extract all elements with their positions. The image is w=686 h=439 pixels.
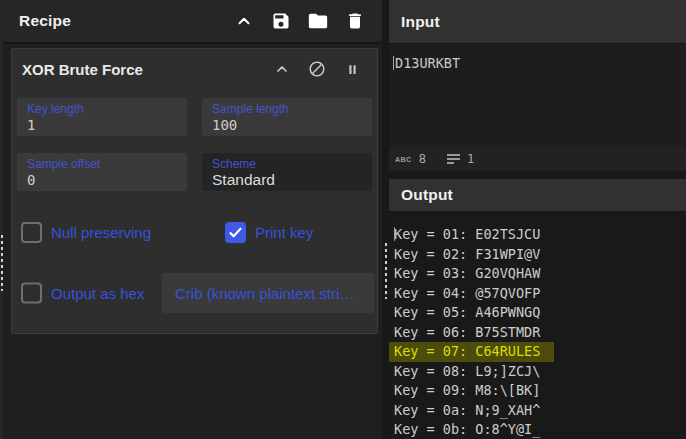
- input-editor[interactable]: D13URKBT: [389, 44, 686, 147]
- operation-header: XOR Brute Force: [12, 49, 377, 89]
- io-pane: Input D13URKBT ABC 8 1 Output Key = 01: …: [389, 0, 686, 439]
- output-line: Key = 08: L9;]ZCJ\: [389, 362, 686, 382]
- save-recipe-button[interactable]: [270, 10, 292, 32]
- checkbox-icon: [225, 222, 246, 243]
- sample-length-value[interactable]: 100: [212, 117, 237, 133]
- output-line: Key = 04: @57QVOFP: [389, 284, 686, 304]
- recipe-title: Recipe: [19, 12, 71, 30]
- output-line: Key = 09: M8:\[BK]: [389, 381, 686, 401]
- output-line: Key = 0a: N;9_XAH^: [389, 401, 686, 421]
- breakpoint-pause-button[interactable]: [341, 58, 363, 80]
- input-title: Input: [401, 13, 440, 31]
- scheme-label: Scheme: [212, 157, 362, 171]
- line-count: 1: [467, 152, 474, 166]
- output-line: Key = 03: G20VQHAW: [389, 264, 686, 284]
- output-line: Key = 02: F31WPI@V: [389, 245, 686, 265]
- output-editor[interactable]: Key = 01: E02TSJCUKey = 02: F31WPI@VKey …: [389, 212, 686, 439]
- char-count-icon: ABC: [395, 156, 412, 163]
- pause-icon: [345, 62, 360, 77]
- trash-icon: [345, 11, 365, 31]
- save-disk-icon: [271, 11, 291, 31]
- splitter-grip-dots: [385, 243, 387, 299]
- print-key-label: Print key: [255, 224, 313, 241]
- input-header: Input: [389, 0, 686, 44]
- operation-xor-brute-force[interactable]: XOR Brute Force: [11, 48, 378, 334]
- sample-offset-value[interactable]: 0: [27, 172, 35, 188]
- chevron-up-icon: [235, 12, 253, 30]
- sample-offset-label: Sample offset: [27, 157, 177, 171]
- scheme-select[interactable]: Scheme Standard: [202, 153, 372, 191]
- line-count-icon: [447, 154, 460, 164]
- folder-icon: [307, 10, 329, 32]
- operations-pane-splitter[interactable]: [0, 0, 3, 439]
- collapse-operation-button[interactable]: [271, 58, 293, 80]
- null-preserving-label: Null preserving: [51, 224, 151, 241]
- output-line: Key = 06: B75STMDR: [389, 323, 686, 343]
- input-output-splitter[interactable]: [389, 171, 686, 179]
- input-statusbar: ABC 8 1: [389, 147, 686, 171]
- output-as-hex-checkbox[interactable]: Output as hex: [21, 283, 144, 304]
- checkbox-icon: [21, 222, 42, 243]
- splitter-grip-dots: [1, 235, 3, 291]
- key-length-field[interactable]: Key length 1: [17, 98, 187, 136]
- crib-input[interactable]: [162, 273, 374, 313]
- collapse-recipe-button[interactable]: [233, 10, 255, 32]
- output-line: Key = 0b: O:8^Y@I_: [389, 420, 686, 439]
- recipe-io-splitter[interactable]: [382, 0, 389, 439]
- scheme-value[interactable]: Standard: [212, 171, 275, 188]
- recipe-header: Recipe: [3, 0, 382, 44]
- operation-title: XOR Brute Force: [22, 61, 143, 78]
- operation-args: Key length 1 Sample length 100 Sample of…: [12, 89, 377, 333]
- null-preserving-checkbox[interactable]: Null preserving: [21, 222, 151, 243]
- char-count: 8: [419, 152, 426, 166]
- output-as-hex-label: Output as hex: [51, 285, 144, 302]
- output-header: Output: [389, 179, 686, 212]
- key-length-label: Key length: [27, 102, 177, 116]
- output-line: Key = 05: A46PWNGQ: [389, 303, 686, 323]
- output-title: Output: [401, 186, 453, 204]
- output-lines: Key = 01: E02TSJCUKey = 02: F31WPI@VKey …: [389, 225, 686, 439]
- chevron-up-icon: [274, 61, 290, 77]
- recipe-pane: Recipe: [3, 0, 382, 439]
- load-recipe-button[interactable]: [307, 10, 329, 32]
- output-line-highlighted: Key = 07: C64RULES: [389, 342, 554, 362]
- recipe-list: XOR Brute Force: [3, 44, 382, 439]
- input-text: D13URKBT: [393, 55, 460, 71]
- output-line: Key = 01: E02TSJCU: [389, 225, 686, 245]
- print-key-checkbox[interactable]: Print key: [225, 222, 313, 243]
- disable-operation-button[interactable]: [306, 58, 328, 80]
- sample-offset-field[interactable]: Sample offset 0: [17, 153, 187, 191]
- checkbox-icon: [21, 283, 42, 304]
- circle-slash-icon: [308, 60, 326, 78]
- sample-length-field[interactable]: Sample length 100: [202, 98, 372, 136]
- sample-length-label: Sample length: [212, 102, 362, 116]
- clear-recipe-button[interactable]: [344, 10, 366, 32]
- key-length-value[interactable]: 1: [27, 117, 35, 133]
